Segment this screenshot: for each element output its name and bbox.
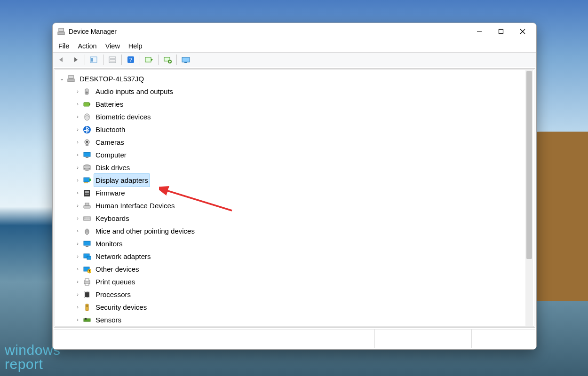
tree-item-label: Display adapters [94, 173, 150, 187]
computer-name-label: DESKTOP-4L537JQ [78, 72, 146, 86]
tree-item-label: Biometric devices [94, 110, 153, 124]
tree-item-keyboard[interactable]: ›Keyboards [58, 212, 534, 225]
menu-view[interactable]: View [105, 42, 120, 50]
show-hidden-button[interactable] [88, 54, 100, 66]
tree-item-label: Network adapters [94, 250, 153, 263]
tree-item-display-adapter[interactable]: ›Display adapters [58, 174, 534, 187]
expand-icon[interactable]: › [74, 174, 81, 187]
expand-icon[interactable]: › [74, 212, 81, 225]
tree-item-fingerprint[interactable]: ›Biometric devices [58, 110, 534, 123]
tree-item-hid[interactable]: ›Human Interface Devices [58, 199, 534, 212]
properties-button[interactable] [106, 54, 119, 66]
toolbar-separator [140, 55, 140, 65]
collapse-icon[interactable]: ⌄ [58, 72, 65, 85]
menu-help[interactable]: Help [128, 42, 143, 50]
tree-item-disk[interactable]: ›Disk drives [58, 161, 534, 174]
svg-point-39 [84, 168, 90, 170]
svg-rect-47 [84, 205, 90, 208]
tree-item-bluetooth[interactable]: ›Bluetooth [58, 123, 534, 136]
tree-item-camera[interactable]: ›Cameras [58, 136, 534, 149]
help-button[interactable]: ? [125, 54, 137, 66]
svg-rect-45 [85, 192, 89, 193]
window-title: Device Manager [69, 28, 117, 35]
expand-icon[interactable]: › [74, 301, 81, 313]
expand-icon[interactable]: › [74, 123, 81, 136]
title-bar[interactable]: Device Manager [53, 23, 536, 40]
expand-icon[interactable]: › [74, 161, 81, 174]
tree-item-printer[interactable]: ›Print queues [58, 275, 534, 288]
keyboard-icon [82, 214, 92, 223]
expand-icon[interactable]: › [74, 225, 81, 237]
menu-file[interactable]: File [58, 42, 69, 50]
expand-icon[interactable]: › [74, 275, 81, 288]
expand-icon[interactable]: › [74, 288, 81, 301]
view-devices-button[interactable] [180, 54, 192, 66]
svg-rect-44 [85, 191, 89, 192]
svg-rect-51 [86, 218, 87, 219]
expand-icon[interactable]: › [74, 136, 81, 149]
svg-rect-25 [68, 79, 74, 82]
device-manager-window: Device Manager File Action View Help ? ⌄… [52, 23, 537, 350]
expand-icon[interactable]: › [74, 98, 81, 110]
tree-item-speaker[interactable]: ›Audio inputs and outputs [58, 85, 534, 98]
back-button[interactable] [56, 54, 68, 66]
tree-item-mouse[interactable]: ›Mice and other pointing devices [58, 225, 534, 237]
svg-text:?: ? [129, 57, 132, 63]
add-legacy-button[interactable] [161, 54, 174, 66]
svg-rect-16 [145, 57, 151, 62]
expand-icon[interactable]: › [74, 187, 81, 199]
tree-item-firmware[interactable]: ›Firmware [58, 187, 534, 199]
watermark-line2: report [5, 357, 61, 371]
expand-icon[interactable]: › [74, 313, 81, 326]
close-button[interactable] [512, 24, 533, 39]
tree-item-network[interactable]: ›Network adapters [58, 250, 534, 263]
tree-item-monitor[interactable]: ›Computer [58, 149, 534, 161]
tree-item-other[interactable]: ›?Other devices [58, 263, 534, 275]
scrollbar-thumb[interactable] [526, 71, 532, 259]
svg-rect-1 [58, 32, 64, 35]
fingerprint-icon [82, 112, 92, 122]
svg-rect-54 [89, 218, 90, 219]
expand-icon[interactable]: › [74, 250, 81, 263]
toolbar-separator [158, 55, 159, 65]
tree-item-monitor[interactable]: ›Monitors [58, 237, 534, 250]
svg-rect-49 [83, 217, 91, 220]
device-tree[interactable]: ⌄DESKTOP-4L537JQ›Audio inputs and output… [55, 70, 534, 326]
bluetooth-icon [82, 125, 92, 134]
tree-item-sensor[interactable]: ›Sensors [58, 313, 534, 326]
expand-icon[interactable]: › [74, 199, 81, 212]
svg-rect-58 [86, 246, 88, 247]
svg-rect-57 [84, 241, 90, 245]
expand-icon[interactable]: › [74, 263, 81, 275]
tree-item-security[interactable]: ›Security devices [58, 301, 534, 313]
vertical-scrollbar[interactable] [525, 70, 533, 326]
tree-item-label: Print queues [94, 275, 137, 289]
svg-point-77 [87, 305, 88, 306]
forward-button[interactable] [70, 54, 82, 66]
svg-rect-66 [85, 283, 89, 285]
svg-rect-50 [84, 218, 85, 219]
menu-action[interactable]: Action [78, 42, 96, 50]
expand-icon[interactable]: › [74, 237, 81, 250]
svg-rect-22 [182, 57, 190, 62]
monitor-icon [82, 239, 92, 249]
svg-rect-52 [87, 218, 87, 219]
tree-root[interactable]: ⌄DESKTOP-4L537JQ [58, 72, 534, 85]
hid-icon [82, 201, 92, 211]
tree-item-cpu[interactable]: ›Processors [58, 288, 534, 301]
tree-item-battery[interactable]: ›Batteries [58, 98, 534, 110]
svg-rect-29 [89, 103, 90, 105]
expand-icon[interactable]: › [74, 110, 81, 123]
expand-icon[interactable]: › [74, 149, 81, 161]
tree-item-label: Batteries [94, 97, 125, 111]
scan-hardware-button[interactable] [143, 54, 155, 66]
tree-item-label: Other devices [94, 262, 141, 276]
expand-icon[interactable]: › [74, 85, 81, 98]
minimize-button[interactable] [469, 24, 490, 39]
svg-point-33 [86, 141, 88, 143]
other-icon: ? [82, 265, 92, 274]
mouse-icon [82, 227, 92, 236]
tree-item-label: Keyboards [94, 212, 131, 225]
maximize-button[interactable] [490, 24, 512, 39]
svg-rect-76 [86, 304, 88, 311]
